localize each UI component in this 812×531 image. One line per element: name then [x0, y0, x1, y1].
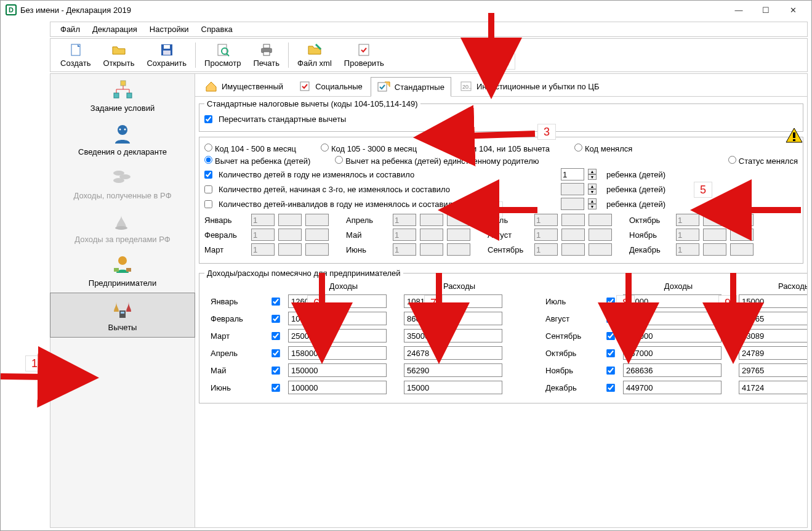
expense-input[interactable] [404, 381, 502, 394]
month-enable-checkbox[interactable] [271, 349, 281, 357]
save-button[interactable]: Сохранить [140, 41, 193, 69]
tab-social[interactable]: Социальные [291, 76, 369, 96]
print-button[interactable]: Печать [247, 41, 286, 69]
xml-button[interactable]: Файл xml [291, 41, 338, 69]
menu-file[interactable]: Файл [55, 23, 85, 35]
radio-child-single[interactable]: Вычет на ребенка (детей) единственному р… [335, 156, 539, 166]
month-cell [278, 229, 302, 241]
preview-button[interactable]: Просмотр [198, 41, 247, 69]
expense-input[interactable] [739, 346, 808, 360]
svg-line-6 [227, 54, 229, 56]
check-kids-count[interactable] [204, 171, 212, 179]
kids-count-input[interactable] [561, 168, 584, 180]
income-input[interactable] [623, 346, 722, 360]
month-enable-checkbox[interactable] [271, 383, 281, 392]
income-input[interactable] [623, 363, 722, 377]
sidebar-label: Предприниматели [53, 278, 192, 288]
month-cell [730, 243, 754, 256]
radio-105[interactable]: Код 105 - 3000 в месяц [321, 144, 417, 153]
radio-status-changed[interactable]: Статус менялся [728, 156, 798, 166]
spinner[interactable]: ▲▼ [588, 198, 597, 209]
radio-code-changed[interactable]: Код менялся [574, 144, 632, 153]
menubar: Файл Декларация Настройки Справка [50, 22, 808, 37]
expense-input[interactable] [739, 363, 808, 377]
expense-input[interactable] [404, 329, 502, 343]
income-input[interactable] [623, 294, 722, 308]
income-input[interactable] [623, 312, 722, 325]
month-cell [534, 243, 558, 256]
month-cell [561, 214, 585, 226]
create-button[interactable]: Создать [54, 41, 97, 69]
spinner[interactable]: ▲▼ [588, 169, 597, 180]
month-enable-checkbox[interactable] [606, 331, 616, 340]
months-grid: ЯнварьФевральМартАпрельМайИюньИюльАвгуст… [204, 213, 798, 257]
month-enable-checkbox[interactable] [606, 314, 616, 323]
expense-input[interactable] [739, 329, 808, 343]
sidebar-item-income-rf[interactable]: Доходы, полученные в РФ [50, 161, 195, 205]
check-kids-inv[interactable] [204, 200, 212, 208]
month-enable-checkbox[interactable] [271, 297, 281, 306]
expense-input[interactable] [739, 381, 808, 394]
income-input[interactable] [288, 346, 387, 360]
month-enable-checkbox[interactable] [606, 366, 616, 375]
radio-none[interactable]: Нет ни 104, ни 105 вычета [441, 144, 550, 153]
expense-input[interactable] [404, 346, 502, 360]
radio-child[interactable]: Вычет на ребенка (детей) [204, 156, 310, 166]
svg-rect-11 [121, 81, 126, 86]
tab-investment[interactable]: 20..Инвестиционные и убытки по ЦБ [452, 76, 606, 96]
income-input[interactable] [288, 363, 387, 377]
open-button[interactable]: Открыть [97, 41, 140, 69]
month-cell [676, 243, 699, 256]
income-input[interactable] [288, 381, 387, 394]
income-input[interactable] [288, 294, 387, 308]
menu-declaration[interactable]: Декларация [87, 23, 142, 35]
svg-point-19 [113, 178, 124, 183]
expense-input[interactable] [404, 294, 502, 308]
income-input[interactable] [288, 329, 387, 343]
month-cell [393, 243, 416, 256]
month-enable-checkbox[interactable] [606, 349, 616, 357]
income-input[interactable] [623, 329, 722, 343]
month-cell [589, 214, 612, 226]
minimize-button[interactable]: — [725, 1, 752, 18]
income-input[interactable] [288, 312, 387, 325]
month-label: Март [204, 245, 244, 254]
month-cell [305, 243, 329, 256]
menu-help[interactable]: Справка [196, 23, 238, 35]
check-kids-from3[interactable] [204, 185, 212, 193]
menu-settings[interactable]: Настройки [145, 23, 194, 35]
expense-input[interactable] [404, 312, 502, 325]
month-label: Август [545, 314, 586, 323]
radio-104[interactable]: Код 104 - 500 в месяц [204, 144, 296, 153]
expense-input[interactable] [404, 363, 502, 377]
sidebar-item-entrepreneurs[interactable]: Предприниматели [50, 249, 195, 293]
month-enable-checkbox[interactable] [271, 366, 281, 375]
tab-standard[interactable]: Стандартные [371, 77, 451, 97]
svg-point-15 [119, 129, 121, 131]
maximize-button[interactable]: ☐ [752, 1, 779, 18]
month-enable-checkbox[interactable] [271, 331, 281, 340]
sidebar-item-declarant[interactable]: Сведения о декларанте [50, 118, 195, 161]
month-label: Июль [545, 297, 586, 306]
month-cell [447, 214, 470, 226]
sidebar-item-deductions[interactable]: Вычеты [50, 293, 195, 338]
income-input[interactable] [623, 381, 722, 394]
expense-input[interactable] [739, 312, 808, 325]
recalc-checkbox[interactable] [204, 115, 212, 123]
expense-input[interactable] [739, 294, 808, 308]
svg-rect-30 [793, 132, 795, 138]
check-button[interactable]: Проверить [338, 41, 390, 69]
month-enable-checkbox[interactable] [606, 383, 616, 392]
month-label: Январь [204, 216, 244, 225]
month-enable-checkbox[interactable] [606, 297, 616, 306]
month-enable-checkbox[interactable] [271, 314, 281, 323]
month-cell [251, 243, 275, 256]
spinner[interactable]: ▲▼ [588, 184, 597, 195]
sidebar-item-conditions[interactable]: Задание условий [50, 74, 195, 118]
sidebar-label: Сведения о декларанте [53, 147, 192, 156]
tab-property[interactable]: Имущественный [198, 76, 290, 96]
group-legend: Стандартные налоговые вычеты (коды 104-1… [204, 99, 420, 108]
close-button[interactable]: ✕ [779, 1, 806, 18]
tab-row: Имущественный Социальные Стандартные 20.… [195, 74, 807, 97]
sidebar-item-income-abroad[interactable]: Доходы за пределами РФ [50, 205, 195, 249]
